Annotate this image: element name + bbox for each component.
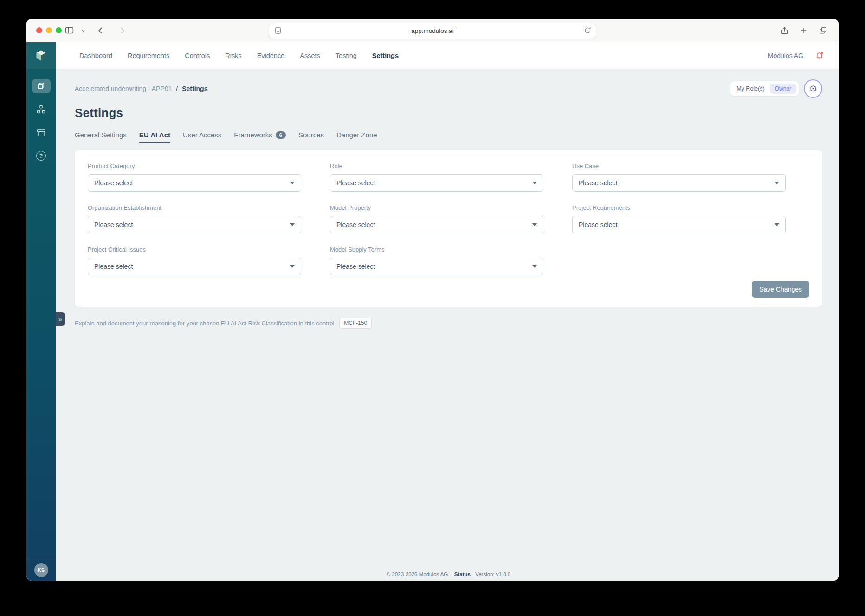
field-organization-establishment: Organization Establishment Please select	[88, 204, 301, 233]
reload-icon[interactable]	[584, 26, 592, 34]
project-critical-issues-select[interactable]: Please select	[88, 258, 301, 275]
org-name: Modulos AG	[768, 52, 803, 59]
control-note: Explain and document your reasoning for …	[75, 318, 822, 329]
tab-general-settings[interactable]: General Settings	[75, 131, 127, 143]
top-nav: Dashboard Requirements Controls Risks Ev…	[56, 42, 839, 69]
select-value: Please select	[94, 263, 133, 270]
sidebar-toggle-icon[interactable]	[65, 26, 74, 35]
breadcrumb-parent[interactable]: Accelerated underwriting - APP01	[75, 85, 172, 92]
field-label: Model Property	[330, 204, 543, 211]
marketplace-icon	[37, 128, 45, 137]
footer-status-link[interactable]: Status	[454, 571, 471, 577]
control-id-badge[interactable]: MCF-150	[339, 318, 372, 329]
select-caret-icon	[775, 223, 779, 226]
field-use-case: Use Case Please select	[572, 162, 786, 192]
browser-window: app.modulos.ai	[26, 19, 839, 581]
role-badge: Owner	[770, 84, 796, 94]
product-category-select[interactable]: Please select	[88, 174, 301, 192]
tab-frameworks[interactable]: Frameworks6	[234, 131, 286, 143]
new-tab-icon[interactable]	[800, 26, 808, 35]
role-select[interactable]: Please select	[330, 174, 543, 192]
model-supply-terms-select[interactable]: Please select	[330, 258, 543, 275]
field-project-critical-issues: Project Critical Issues Please select	[88, 246, 301, 275]
project-requirements-select[interactable]: Please select	[572, 216, 786, 233]
nav-testing[interactable]: Testing	[336, 52, 357, 59]
content: Accelerated underwriting - APP01 / Setti…	[56, 69, 839, 581]
select-value: Please select	[336, 263, 375, 270]
assistant-hexagon-icon	[809, 84, 818, 93]
sidebar-item-hierarchy[interactable]	[32, 102, 51, 117]
sidebar-item-projects[interactable]	[32, 79, 51, 93]
select-value: Please select	[336, 221, 375, 228]
role-pill: My Role(s) Owner	[730, 81, 799, 96]
browser-toolbar: app.modulos.ai	[26, 19, 839, 42]
select-value: Please select	[94, 221, 133, 228]
nav-assets[interactable]: Assets	[300, 52, 320, 59]
tab-danger-zone[interactable]: Danger Zone	[336, 131, 377, 143]
app-shell: ? KS » Dashboard Requirements Controls	[26, 42, 839, 581]
nav-risks[interactable]: Risks	[225, 52, 241, 59]
share-icon[interactable]	[780, 26, 789, 35]
sidebar-item-help[interactable]: ?	[32, 149, 51, 163]
settings-tabs: General Settings EU AI Act User Access F…	[75, 131, 822, 143]
field-label: Organization Establishment	[88, 204, 301, 211]
url-text: app.modulos.ai	[411, 27, 454, 34]
field-label: Role	[330, 162, 543, 169]
select-caret-icon	[290, 182, 295, 184]
organization-establishment-select[interactable]: Please select	[88, 216, 301, 233]
main-area: Dashboard Requirements Controls Risks Ev…	[56, 42, 839, 581]
cube-logo-icon	[35, 49, 47, 62]
use-case-select[interactable]: Please select	[572, 174, 786, 192]
help-icon: ?	[36, 151, 46, 161]
control-note-text: Explain and document your reasoning for …	[75, 320, 334, 327]
tab-user-access[interactable]: User Access	[183, 131, 221, 143]
nav-dashboard[interactable]: Dashboard	[79, 52, 112, 59]
expand-chevrons-icon: »	[58, 316, 62, 323]
forward-icon[interactable]	[117, 26, 127, 35]
traffic-lights	[36, 19, 62, 42]
tab-overview-icon[interactable]	[819, 26, 827, 35]
minimize-button[interactable]	[46, 27, 52, 33]
assistant-button[interactable]	[804, 79, 822, 98]
sidebar-expand-button[interactable]: »	[56, 312, 65, 326]
select-caret-icon	[290, 223, 295, 226]
select-value: Please select	[94, 179, 133, 187]
address-bar[interactable]: app.modulos.ai	[269, 23, 596, 39]
tab-sources[interactable]: Sources	[298, 131, 324, 143]
chevron-down-icon[interactable]	[81, 28, 86, 33]
footer: © 2023-2026 Modulos AG. - Status - Versi…	[75, 567, 822, 581]
field-model-supply-terms: Model Supply Terms Please select	[330, 246, 543, 275]
page-icon[interactable]	[274, 26, 282, 35]
model-property-select[interactable]: Please select	[330, 216, 543, 233]
select-caret-icon	[775, 182, 779, 184]
field-label: Use Case	[572, 162, 786, 169]
field-role: Role Please select	[330, 162, 543, 192]
nav-requirements[interactable]: Requirements	[128, 52, 169, 59]
role-label: My Role(s)	[736, 85, 764, 92]
select-caret-icon	[532, 182, 537, 184]
nav-evidence[interactable]: Evidence	[257, 52, 285, 59]
select-value: Please select	[336, 179, 375, 187]
desktop: app.modulos.ai	[0, 0, 865, 616]
sidebar-item-marketplace[interactable]	[32, 125, 51, 140]
tab-eu-ai-act[interactable]: EU AI Act	[139, 131, 170, 143]
nav-controls[interactable]: Controls	[185, 52, 210, 59]
select-value: Please select	[579, 221, 617, 228]
projects-icon	[37, 82, 45, 91]
notification-bell-icon[interactable]	[814, 51, 824, 60]
nav-settings[interactable]: Settings	[372, 52, 399, 59]
close-button[interactable]	[36, 27, 42, 33]
avatar[interactable]: KS	[34, 563, 48, 577]
logo	[26, 42, 56, 69]
zoom-button[interactable]	[56, 27, 62, 33]
save-changes-button[interactable]: Save Changes	[752, 281, 809, 298]
select-caret-icon	[290, 265, 295, 268]
select-caret-icon	[532, 223, 537, 226]
sidebar-footer: KS	[26, 558, 56, 581]
page-title: Settings	[75, 106, 822, 120]
back-icon[interactable]	[96, 26, 105, 35]
frameworks-count-badge: 6	[276, 131, 286, 139]
breadcrumb-separator: /	[176, 85, 178, 92]
field-product-category: Product Category Please select	[88, 162, 301, 192]
field-label: Product Category	[88, 162, 301, 169]
